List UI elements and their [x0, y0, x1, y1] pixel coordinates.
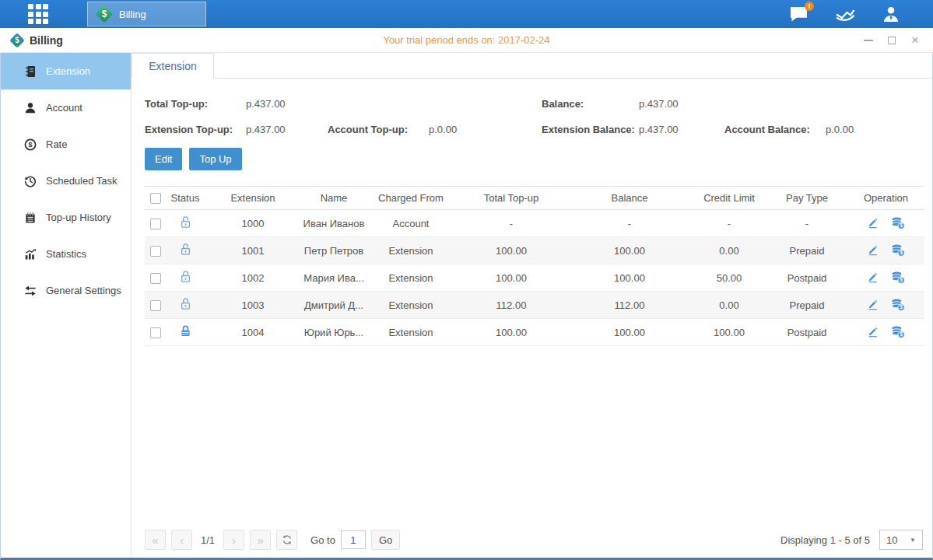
col-charged-from: Charged From	[367, 187, 455, 210]
row-checkbox[interactable]	[150, 246, 161, 257]
topup-extension-icon[interactable]: $	[891, 217, 905, 229]
refresh-button[interactable]	[276, 530, 297, 550]
charged-from-cell: Extension	[367, 237, 455, 264]
table-row: 1003Дмитрий Д...Extension112.00112.000.0…	[145, 292, 924, 319]
col-balance: Balance	[567, 187, 692, 210]
total-topup-cell: 112.00	[455, 292, 567, 319]
name-cell: Мария Ива...	[301, 264, 367, 292]
go-button[interactable]: Go	[371, 530, 400, 550]
dollar-coin-icon: $	[24, 138, 37, 151]
topup-extension-icon[interactable]: $	[891, 244, 905, 257]
app-launcher-icon[interactable]	[28, 4, 54, 24]
edit-extension-icon[interactable]	[867, 271, 879, 284]
edit-extension-icon[interactable]	[867, 299, 879, 311]
row-checkbox[interactable]	[150, 300, 161, 311]
window-controls: ×	[863, 35, 933, 46]
pay-type-cell: Postpaid	[766, 319, 847, 346]
trial-notice: Your trial period ends on: 2017-02-24	[0, 34, 933, 46]
close-button[interactable]: ×	[910, 35, 921, 46]
select-all-checkbox[interactable]	[150, 193, 161, 204]
taskbar-billing-tab[interactable]: $ Billing	[87, 2, 206, 26]
sidebar-item-general-settings[interactable]: General Settings	[1, 272, 131, 309]
last-page-button[interactable]: »	[250, 530, 271, 550]
refresh-icon	[282, 534, 293, 545]
table-header-row: Status Extension Name Charged From Total…	[145, 187, 924, 210]
balance-cell: -	[567, 210, 692, 237]
page-indicator: 1/1	[198, 534, 218, 546]
sidebar-item-label: Rate	[46, 138, 67, 150]
user-account-icon[interactable]	[882, 5, 900, 23]
pagination-bar: « ‹ 1/1 › » Go to Go Displaying	[145, 530, 923, 550]
ledger-icon	[24, 65, 37, 78]
credit-limit-cell: 50.00	[692, 264, 766, 292]
edit-extension-icon[interactable]	[867, 244, 879, 257]
topup-extension-icon[interactable]: $	[891, 299, 905, 311]
total-topup-cell: 100.00	[455, 237, 567, 264]
edit-extension-icon[interactable]	[867, 326, 879, 338]
row-checkbox[interactable]	[150, 219, 161, 229]
pay-type-cell: Postpaid	[766, 264, 847, 292]
next-page-button[interactable]: ›	[223, 530, 244, 550]
dropdown-caret-icon: ▼	[910, 537, 916, 544]
extension-topup-label: Extension Top-up:	[145, 124, 246, 135]
sidebar-item-statistics[interactable]: Statistics	[1, 236, 131, 272]
sidebar-item-label: Scheduled Task	[46, 175, 118, 187]
sidebar-item-extension[interactable]: Extension	[1, 53, 131, 89]
operation-cell: $	[847, 210, 924, 237]
minimize-button[interactable]	[863, 35, 874, 46]
edit-button[interactable]: Edit	[145, 148, 182, 170]
notification-badge: !	[805, 2, 814, 11]
edit-extension-icon[interactable]	[867, 217, 879, 229]
taskbar-tab-label: Billing	[119, 9, 146, 20]
resource-monitor-icon[interactable]	[835, 6, 855, 23]
operation-cell: $	[847, 264, 924, 292]
col-status: Status	[166, 187, 205, 210]
balance-cell: 112.00	[567, 292, 692, 319]
status-cell	[166, 237, 205, 264]
svg-text:$: $	[900, 331, 903, 338]
extension-cell: 1004	[205, 319, 301, 346]
window-titlebar: $ Billing Your trial period ends on: 201…	[0, 28, 933, 53]
notepad-icon	[24, 212, 37, 224]
sidebar-item-label: Account	[46, 102, 82, 114]
clock-history-icon	[24, 175, 37, 187]
page-size-select[interactable]: 10 ▼	[879, 530, 923, 550]
extension-balance-value: p.437.00	[639, 124, 724, 135]
col-operation: Operation	[847, 187, 924, 210]
extension-topup-value: p.437.00	[246, 124, 328, 135]
first-page-button[interactable]: «	[145, 530, 166, 550]
goto-page-input[interactable]	[341, 530, 366, 549]
row-checkbox[interactable]	[150, 273, 161, 284]
row-checkbox[interactable]	[150, 327, 161, 338]
topup-extension-icon[interactable]: $	[891, 326, 905, 338]
name-cell: Дмитрий Д...	[301, 292, 367, 319]
charged-from-cell: Extension	[367, 319, 455, 346]
sidebar-item-account[interactable]: Account	[1, 89, 131, 126]
sidebar-item-topup-history[interactable]: Top-up History	[1, 199, 131, 236]
sidebar-item-scheduled-task[interactable]: Scheduled Task	[1, 163, 131, 199]
col-credit-limit: Credit Limit	[692, 187, 766, 210]
notifications-icon[interactable]: !	[789, 5, 808, 23]
balance-cell: 100.00	[567, 237, 692, 264]
window-title-group: $ Billing	[0, 33, 63, 48]
action-buttons: Edit Top Up	[132, 135, 932, 170]
sidebar-item-rate[interactable]: $ Rate	[1, 126, 131, 163]
maximize-button[interactable]	[886, 35, 897, 46]
table-row: 1004Юрий Юрь...Extension100.00100.00100.…	[145, 319, 924, 346]
topup-extension-icon[interactable]: $	[891, 271, 905, 284]
account-topup-label: Account Top-up:	[328, 124, 429, 135]
summary-panel: Total Top-up: p.437.00 Balance: p.437.00…	[132, 79, 932, 135]
table-row: 1001Петр ПетровExtension100.00100.000.00…	[145, 237, 924, 264]
top-up-button[interactable]: Top Up	[189, 148, 241, 170]
charged-from-cell: Extension	[367, 264, 455, 292]
account-balance-value: p.0.00	[826, 124, 923, 135]
col-extension: Extension	[205, 187, 301, 210]
taskbar: $ Billing !	[0, 0, 933, 28]
taskbar-right: !	[789, 5, 933, 23]
tab-extension[interactable]: Extension	[132, 53, 214, 79]
sidebar-item-label: Top-up History	[46, 212, 111, 223]
balance-value: p.437.00	[639, 98, 724, 110]
status-cell	[166, 319, 205, 346]
extension-table: Status Extension Name Charged From Total…	[145, 186, 924, 346]
prev-page-button[interactable]: ‹	[171, 530, 192, 550]
